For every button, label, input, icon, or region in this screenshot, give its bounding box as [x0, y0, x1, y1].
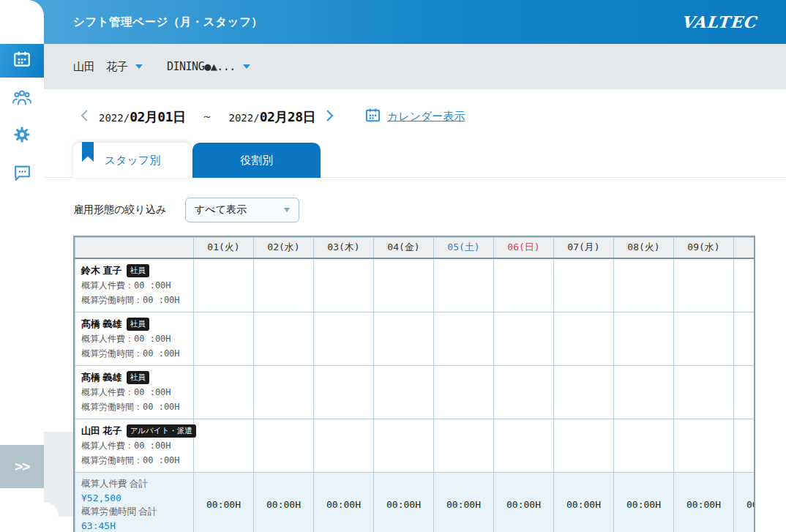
staff-name: 髙橋 義雄: [81, 318, 122, 331]
shift-cell[interactable]: [434, 258, 494, 312]
next-period-button[interactable]: [323, 108, 337, 126]
shift-cell[interactable]: [374, 312, 434, 365]
sidebar-item-staff[interactable]: [0, 82, 44, 116]
day-total-cell: 00:00H: [554, 472, 614, 532]
shift-cell[interactable]: [434, 312, 494, 365]
shift-cell[interactable]: [374, 258, 434, 312]
day-total-cell: 00:00H: [194, 472, 254, 532]
start-year: 2022/: [99, 112, 130, 124]
hours-total-label: 概算労働時間 合計: [81, 505, 187, 519]
day-total-cell: 00:00H: [254, 472, 314, 532]
shift-cell[interactable]: [314, 419, 374, 472]
staff-info-cell: 髙橋 義雄 社員 概算人件費：00 :00H 概算労働時間：00 :00H: [75, 312, 194, 365]
shift-cell[interactable]: [254, 312, 314, 365]
shift-cell[interactable]: [194, 312, 254, 365]
chevron-down-icon: [243, 64, 250, 69]
calendar-view-link[interactable]: カレンダー表示: [387, 110, 465, 124]
shift-cell[interactable]: [494, 419, 554, 472]
shift-cell[interactable]: [254, 258, 314, 312]
shift-table-container: 01(火) 02(水) 03(木) 04(金) 05(土) 06(日) 07(月…: [73, 236, 755, 532]
sidebar-collapse-button[interactable]: >>: [0, 445, 44, 488]
shift-cell[interactable]: [554, 258, 614, 312]
cost-label: 概算人件費：: [81, 387, 134, 397]
sidebar-item-shift-calendar[interactable]: [0, 44, 44, 78]
day-header-sunday: 06(日): [494, 238, 554, 258]
staff-info-cell: 髙橋 義雄 社員 概算人件費：00 :00H 概算労働時間：00 :00H: [75, 365, 194, 419]
store-dropdown[interactable]: DINING●▲...: [167, 44, 250, 89]
shift-cell[interactable]: [554, 419, 614, 472]
shift-cell[interactable]: [194, 258, 254, 312]
chevron-down-icon: [135, 64, 143, 69]
shift-cell[interactable]: [734, 419, 755, 472]
shift-cell[interactable]: [374, 365, 434, 419]
staff-info-cell: 山田 花子 アルバイト・派遣 概算人件費：00 :00H 概算労働時間：00 :…: [75, 419, 194, 472]
shift-cell[interactable]: [194, 365, 254, 419]
chat-icon: [13, 165, 31, 184]
employment-filter-select[interactable]: すべて表示: [185, 198, 299, 222]
shift-table-clip: 01(火) 02(水) 03(木) 04(金) 05(土) 06(日) 07(月…: [75, 237, 754, 532]
shift-cell[interactable]: [254, 365, 314, 419]
day-total-cell: 00:00H: [494, 472, 554, 532]
day-header: 03(木): [314, 238, 374, 258]
shift-cell[interactable]: [314, 312, 374, 365]
shift-cell[interactable]: [374, 419, 434, 472]
staff-name: 髙橋 義雄: [81, 371, 122, 384]
shift-cell[interactable]: [614, 365, 674, 419]
shift-cell[interactable]: [314, 365, 374, 419]
cost-value: 00 :00H: [134, 334, 171, 344]
sidebar-item-messages[interactable]: [0, 157, 44, 191]
employment-badge: 社員: [127, 371, 149, 384]
valtec-logo: VALTEC: [680, 0, 758, 44]
tab-by-role-label: 役割別: [240, 154, 273, 168]
shift-cell[interactable]: [674, 258, 734, 312]
tab-by-staff[interactable]: スタッフ別: [73, 143, 192, 178]
shift-cell[interactable]: [614, 419, 674, 472]
shift-cell[interactable]: [494, 312, 554, 365]
hours-value: 00 :00H: [143, 455, 180, 465]
shift-cell[interactable]: [494, 365, 554, 419]
cost-label: 概算人件費：: [81, 280, 134, 291]
shift-cell[interactable]: [674, 312, 734, 365]
shift-cell[interactable]: [734, 312, 755, 365]
shift-cell[interactable]: [614, 312, 674, 365]
calendar-view-link-group[interactable]: カレンダー表示: [364, 107, 465, 127]
shift-cell[interactable]: [494, 258, 554, 312]
day-header: 01(火): [194, 238, 254, 258]
sidebar-item-settings[interactable]: [0, 119, 44, 153]
day-total-cell: 00:00H: [674, 472, 734, 532]
shift-cell[interactable]: [734, 365, 755, 419]
page-title: シフト管理ページ（月・スタッフ）: [73, 0, 263, 44]
shift-cell[interactable]: [194, 419, 254, 472]
end-year: 2022/: [229, 112, 260, 124]
day-header-clipped: 10: [734, 238, 755, 258]
employment-filter-label: 雇用形態の絞り込み: [73, 203, 166, 217]
day-total-cell: 00:00H: [314, 472, 374, 532]
tab-by-role[interactable]: 役割別: [192, 143, 321, 178]
shift-cell[interactable]: [554, 365, 614, 419]
start-date: 02月01日: [130, 108, 185, 126]
app-header: シフト管理ページ（月・スタッフ） VALTEC: [0, 0, 786, 44]
day-header: 04(金): [374, 238, 434, 258]
cost-value: 00 :00H: [134, 280, 171, 291]
prev-period-button[interactable]: [78, 108, 91, 126]
day-header-saturday: 05(土): [434, 238, 494, 258]
view-tabs: スタッフ別 役割別: [73, 143, 321, 178]
shift-cell[interactable]: [674, 419, 734, 472]
shift-cell[interactable]: [554, 312, 614, 365]
shift-cell[interactable]: [254, 419, 314, 472]
hours-label: 概算労働時間：: [81, 455, 143, 465]
hours-value: 00 :00H: [143, 348, 180, 359]
shift-cell[interactable]: [314, 258, 374, 312]
day-header: 09(水): [674, 238, 734, 258]
shift-cell[interactable]: [614, 258, 674, 312]
employment-filter: 雇用形態の絞り込み すべて表示: [73, 198, 299, 222]
subheader-bar: 山田 花子 DINING●▲...: [44, 44, 786, 89]
table-header-row: 01(火) 02(水) 03(木) 04(金) 05(土) 06(日) 07(月…: [75, 238, 755, 258]
shift-cell[interactable]: [734, 258, 755, 312]
cost-label: 概算人件費：: [81, 334, 134, 344]
shift-cell[interactable]: [674, 365, 734, 419]
shift-cell[interactable]: [434, 365, 494, 419]
shift-cell[interactable]: [434, 419, 494, 472]
user-dropdown[interactable]: 山田 花子: [73, 44, 143, 89]
date-navigation: 2022/ 02月01日 ～ 2022/ 02月28日: [78, 107, 465, 127]
